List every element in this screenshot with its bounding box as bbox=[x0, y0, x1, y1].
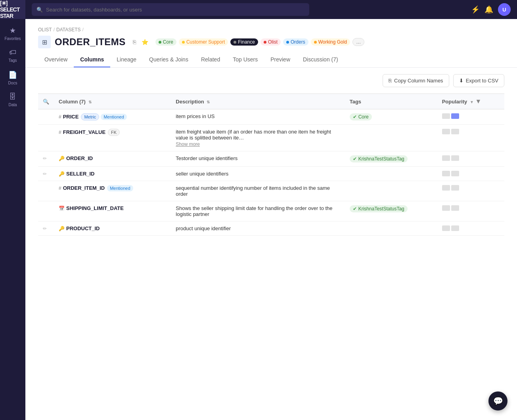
popularity-bar bbox=[442, 113, 500, 119]
column-name-cell: 📅SHIPPING_LIMIT_DATE bbox=[54, 201, 171, 221]
table-row: #FREIGHT_VALUEFKitem freight value item … bbox=[38, 125, 504, 151]
col-name[interactable]: SHIPPING_LIMIT_DATE bbox=[66, 205, 124, 211]
breadcrumb-datasets[interactable]: DATASETS bbox=[56, 27, 81, 32]
col-name[interactable]: FREIGHT_VALUE bbox=[63, 129, 105, 135]
column-name-cell: 🔑SELLER_ID bbox=[54, 167, 171, 181]
pop-block bbox=[442, 129, 450, 134]
column-header[interactable]: Column (7) ⇅ bbox=[54, 94, 171, 109]
description-cell: item freight value item (if an order has… bbox=[171, 125, 345, 151]
tab-overview[interactable]: Overview bbox=[38, 52, 74, 67]
copy-icon: ⎘ bbox=[389, 78, 392, 84]
sidebar-item-docs[interactable]: 📄 Docs bbox=[0, 67, 25, 89]
tag-customer-support[interactable]: Customer Support bbox=[179, 38, 228, 46]
chat-bubble[interactable]: 💬 bbox=[488, 391, 507, 410]
tag-orders[interactable]: Orders bbox=[283, 38, 308, 46]
sidebar-item-label: Favorites bbox=[4, 36, 21, 41]
tags-row: Core Customer Support Finance Olist bbox=[155, 38, 364, 46]
lightning-icon[interactable]: ⚡ bbox=[471, 5, 480, 14]
popularity-header[interactable]: Popularity ▼ ▼ bbox=[437, 94, 504, 109]
page-title-row: ⊞ ORDER_ITEMS ⎘ ⭐ Core Customer Support bbox=[38, 36, 504, 48]
bell-icon[interactable]: 🔔 bbox=[484, 5, 493, 14]
tag-core[interactable]: Core bbox=[155, 38, 176, 46]
tabs: Overview Columns Lineage Queries & Joins… bbox=[38, 52, 504, 67]
col-name[interactable]: SELLER_ID bbox=[66, 171, 95, 177]
topbar-actions: ⚡ 🔔 U bbox=[471, 3, 511, 16]
sidebar: [✳] SELECT STAR ★ Favorites 🏷 Tags 📄 Doc… bbox=[0, 0, 25, 420]
tag-finance[interactable]: Finance bbox=[230, 38, 258, 46]
chat-icon: 💬 bbox=[493, 396, 503, 406]
breadcrumb-sep: / bbox=[54, 27, 55, 32]
table-row: ✏🔑PRODUCT_IDproduct unique identifier bbox=[38, 221, 504, 236]
row-tag[interactable]: ✔ KrishnaTestStatusTag bbox=[350, 155, 408, 162]
table-row: #PRICEMetricMentioneditem prices in US✔ … bbox=[38, 109, 504, 125]
row-edit-cell bbox=[38, 181, 54, 201]
tab-top-users[interactable]: Top Users bbox=[226, 52, 264, 67]
popularity-bar bbox=[442, 205, 500, 211]
tag-olist[interactable]: Olist bbox=[260, 38, 281, 46]
tag-dot bbox=[314, 41, 317, 44]
search-input[interactable] bbox=[46, 7, 304, 13]
copy-column-names-button[interactable]: ⎘ Copy Column Names bbox=[383, 74, 449, 87]
popularity-cell bbox=[437, 221, 504, 236]
badge-fk[interactable]: FK bbox=[108, 129, 120, 136]
app-logo[interactable]: [✳] SELECT STAR bbox=[0, 0, 25, 19]
edit-icon[interactable]: ✏ bbox=[43, 171, 47, 177]
avatar[interactable]: U bbox=[498, 3, 511, 16]
star-button[interactable]: ⭐ bbox=[140, 38, 150, 46]
tab-discussion[interactable]: Discussion (7) bbox=[297, 52, 345, 67]
popularity-cell bbox=[437, 151, 504, 167]
popularity-bar bbox=[442, 155, 500, 161]
sidebar-item-tags[interactable]: 🏷 Tags bbox=[0, 44, 25, 67]
description-text: Testorder unique identifiers bbox=[176, 155, 237, 161]
sidebar-nav: ★ Favorites 🏷 Tags 📄 Docs 🗄 Data bbox=[0, 22, 25, 111]
col-name[interactable]: PRODUCT_ID bbox=[66, 225, 100, 231]
edit-icon[interactable]: ✏ bbox=[43, 156, 47, 161]
tag-working-gold[interactable]: Working Gold bbox=[311, 38, 350, 46]
filter-button[interactable]: ▼ bbox=[475, 98, 481, 105]
table-section: ⎘ Copy Column Names ⬇ Export to CSV 🔍 bbox=[25, 68, 517, 242]
description-cell: seller unique identifiers bbox=[171, 167, 345, 181]
search-table-icon[interactable]: 🔍 bbox=[43, 99, 49, 105]
search-icon: 🔍 bbox=[36, 7, 43, 13]
logo-text: [✳] SELECT STAR bbox=[0, 0, 25, 19]
description-header[interactable]: Description ⇅ bbox=[171, 94, 345, 109]
docs-icon: 📄 bbox=[8, 71, 17, 79]
tag-dot bbox=[159, 41, 161, 44]
popularity-bar bbox=[442, 185, 500, 191]
sidebar-item-favorites[interactable]: ★ Favorites bbox=[0, 22, 25, 44]
row-edit-cell: ✏ bbox=[38, 167, 54, 181]
badge-mentioned[interactable]: Mentioned bbox=[107, 185, 133, 191]
tab-columns[interactable]: Columns bbox=[74, 52, 110, 67]
copy-title-button[interactable]: ⎘ bbox=[131, 38, 138, 46]
pop-block bbox=[451, 171, 459, 176]
description-text: Shows the seller shipping limit date for… bbox=[176, 205, 332, 217]
edit-icon[interactable]: ✏ bbox=[43, 226, 47, 231]
tab-preview[interactable]: Preview bbox=[264, 52, 297, 67]
popularity-cell bbox=[437, 181, 504, 201]
col-name[interactable]: PRICE bbox=[63, 114, 79, 120]
badge-mentioned[interactable]: Mentioned bbox=[101, 114, 126, 120]
show-more-link[interactable]: Show more bbox=[176, 141, 340, 147]
sidebar-item-data[interactable]: 🗄 Data bbox=[0, 89, 25, 111]
search-box[interactable]: 🔍 bbox=[32, 3, 309, 16]
breadcrumb-olist[interactable]: OLIST bbox=[38, 27, 52, 32]
col-name[interactable]: ORDER_ITEM_ID bbox=[63, 185, 105, 191]
tab-queries[interactable]: Queries & Joins bbox=[143, 52, 195, 67]
table-icon: ⊞ bbox=[38, 36, 51, 48]
tags-cell bbox=[345, 167, 437, 181]
description-cell: sequential number identifying number of … bbox=[171, 181, 345, 201]
tab-lineage[interactable]: Lineage bbox=[110, 52, 143, 67]
tag-dot bbox=[286, 41, 289, 44]
tab-related[interactable]: Related bbox=[195, 52, 226, 67]
row-tag[interactable]: ✔ Core bbox=[350, 113, 372, 120]
export-csv-button[interactable]: ⬇ Export to CSV bbox=[453, 74, 504, 87]
page-title: ORDER_ITEMS bbox=[55, 36, 126, 48]
tag-more[interactable]: … bbox=[352, 38, 364, 46]
columns-table: 🔍 Column (7) ⇅ Description ⇅ Tags bbox=[38, 94, 504, 236]
column-name-cell: 🔑PRODUCT_ID bbox=[54, 221, 171, 236]
row-tag[interactable]: ✔ KrishnaTestStatusTag bbox=[350, 205, 408, 212]
tags-cell bbox=[345, 125, 437, 151]
sort-icon: ⇅ bbox=[88, 100, 92, 104]
col-name[interactable]: ORDER_ID bbox=[66, 155, 93, 161]
badge-metric[interactable]: Metric bbox=[81, 113, 99, 120]
